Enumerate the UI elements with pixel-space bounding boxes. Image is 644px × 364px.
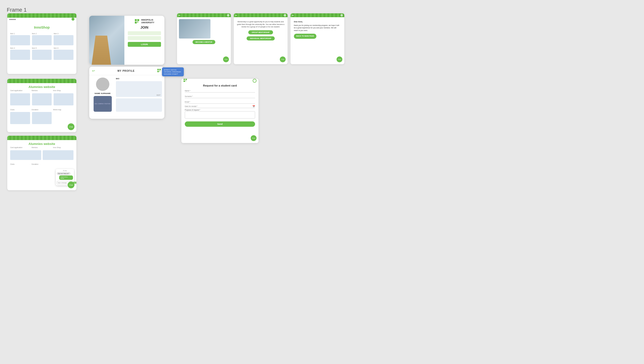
alumnies-chat-card: Alumnies website Card application Mentor… [7, 136, 76, 190]
list-item: Item 5 [32, 47, 52, 60]
svg-rect-8 [184, 79, 185, 80]
nav-item-inno-shop[interactable]: Inno Shop [53, 90, 74, 91]
chat-button-3[interactable]: Chat [337, 56, 342, 62]
ai-chat-title: AI chat [57, 170, 73, 171]
alumnies-grid [7, 92, 76, 106]
profile-icon[interactable]: ♡ [253, 79, 257, 83]
alumnies-grid2 [7, 112, 76, 125]
purpose-field-container: Purpose of request * [185, 109, 255, 120]
become-mentor-card: ■■ BECOME A MENTOR Chat [177, 13, 231, 64]
email-input-placeholder [128, 31, 161, 35]
calendar-icon: 📅 [252, 105, 255, 108]
item-label: Item 5 [32, 47, 52, 49]
profile-title: MY PROFILE [95, 70, 157, 72]
chat-button-1[interactable]: Chat [223, 56, 229, 62]
form-body: 📅 Purpose of request * [181, 88, 258, 120]
confirm-dear: Dear Anna, [294, 21, 303, 22]
chat-nav-clubs[interactable]: Clubs [10, 163, 31, 165]
form-top-bar: ♡ [181, 79, 258, 83]
back-to-main-button[interactable]: BACK TO MAIN PAGE [294, 34, 316, 39]
form-title: Request for a student card [181, 83, 258, 88]
confirmation-card: ■■ Dear Anna, thank you for joining our … [290, 13, 344, 64]
item-box [32, 50, 52, 60]
item-box [32, 35, 52, 45]
mentorship-options-body: Mentorship is a great opportunity for yo… [234, 17, 288, 43]
edit-button[interactable]: EDIT [157, 94, 161, 96]
svg-rect-3 [137, 22, 138, 22]
name-input[interactable] [185, 89, 255, 92]
item-box [54, 35, 74, 45]
nav-item-world-map[interactable]: World map [53, 109, 74, 110]
date-input[interactable] [185, 105, 252, 108]
profile-card-text: AGE: COMPANY: POSITION: [95, 103, 111, 105]
list-item: Item 2 [32, 33, 52, 45]
join-text: JOIN [140, 26, 148, 29]
profile-id-card: AGE: COMPANY: POSITION: [94, 96, 112, 112]
item-label: Item 2 [32, 33, 52, 34]
svg-rect-11 [186, 80, 186, 81]
chat-bubbles: How can I help you? I want to be a mento… [57, 172, 73, 180]
alumnies-nav2: Clubs Donation World map [7, 108, 76, 112]
profile-avatar-col: NAME SURNAME AGE: COMPANY: POSITION: [92, 78, 114, 112]
alumnies-box-2 [32, 93, 52, 106]
svg-rect-1 [137, 19, 139, 21]
alumnies-chat-nav2: Clubs Donation [7, 162, 76, 166]
password-input-placeholder [128, 36, 161, 40]
mentor-logo-text-3: ■■ [292, 14, 294, 16]
form-chat-button[interactable]: Chat [251, 135, 257, 141]
become-mentor-button[interactable]: BECOME A MENTOR [193, 40, 215, 44]
mentor-card-header-2: ■■ [234, 13, 288, 17]
email-input[interactable] [185, 100, 255, 104]
tooltip-card: Добавить карточку тренажёра, информацию … [162, 67, 184, 76]
mentor-card-header-3: ■■ [290, 13, 344, 17]
chat-nav-inno-shop[interactable]: Inno Shop [53, 146, 74, 148]
name-field-container [185, 88, 255, 94]
innoshop-header [7, 13, 76, 18]
surname-input[interactable] [185, 95, 255, 98]
chat-nav-mentors[interactable]: Mentors [32, 146, 52, 148]
svg-rect-4 [157, 69, 159, 70]
chat-button-2[interactable]: Chat [280, 56, 286, 62]
bio-box[interactable]: EDIT [116, 81, 162, 97]
mentor-header-icon-2 [284, 14, 286, 16]
alumnies-chat-nav: Card application Mentors Inno Shop [7, 146, 76, 149]
item-box [10, 35, 30, 45]
tooltip-text: Добавить карточку тренажёра, информацию … [164, 69, 182, 75]
inno-logo-area: INNOPOLISUNIVERSITY [134, 19, 154, 24]
group-mentorship-button[interactable]: GROUP MENTORSHIP [248, 30, 273, 34]
individual-mentorship-button[interactable]: INDIVIDUAL MENTORSHIP [247, 36, 275, 40]
chat-button[interactable]: Chat [68, 123, 75, 130]
login-card-form: INNOPOLISUNIVERSITY JOIN LOGIN [124, 16, 164, 65]
innoshop-title: InnoShop [7, 26, 76, 29]
surname-field-container [185, 94, 255, 99]
svg-rect-6 [157, 71, 159, 72]
item-label: Item 6 [54, 47, 74, 49]
confirm-text: thank you for joining our mentorship pro… [294, 24, 341, 32]
purpose-label: Purpose of request * [185, 109, 255, 111]
list-item: Item 6 [54, 47, 74, 60]
item-label: Item 1 [10, 33, 30, 34]
chat-float-button[interactable]: Chat [68, 182, 75, 188]
alumnies-chat-header [7, 136, 76, 140]
email-field-container [185, 99, 255, 105]
send-button[interactable]: Send [185, 122, 255, 127]
back-button[interactable]: ↩ [92, 69, 95, 73]
purpose-textarea[interactable] [185, 111, 255, 118]
item-label: Item 3 [54, 33, 74, 34]
svg-rect-7 [159, 71, 160, 72]
alumnies-nav: Card application Mentors Inno Shop [7, 89, 76, 92]
nav-item-card-app[interactable]: Card application [10, 90, 31, 91]
nav-item-donation[interactable]: Donation [32, 109, 52, 110]
login-button[interactable]: LOGIN [128, 42, 161, 47]
chat-nav-donation[interactable]: Donation [32, 163, 52, 165]
alumnies-header [7, 79, 76, 83]
mentor-header-icon [227, 14, 229, 16]
alumnies-card: Alumnies website Card application Mentor… [7, 79, 76, 132]
nav-item-mentors[interactable]: Mentors [32, 90, 52, 91]
innoshop-card: ■■■■■ InnoShop Item 1 Item 2 Item 3 Item… [7, 13, 76, 74]
nav-item-clubs[interactable]: Clubs [10, 109, 31, 110]
profile-header: ↩ MY PROFILE [89, 67, 164, 75]
chat-nav-card-app[interactable]: Card application [10, 146, 31, 148]
alumnies-box-empty [54, 112, 74, 124]
mentorship-options-text: Mentorship is a great opportunity for yo… [237, 20, 285, 28]
